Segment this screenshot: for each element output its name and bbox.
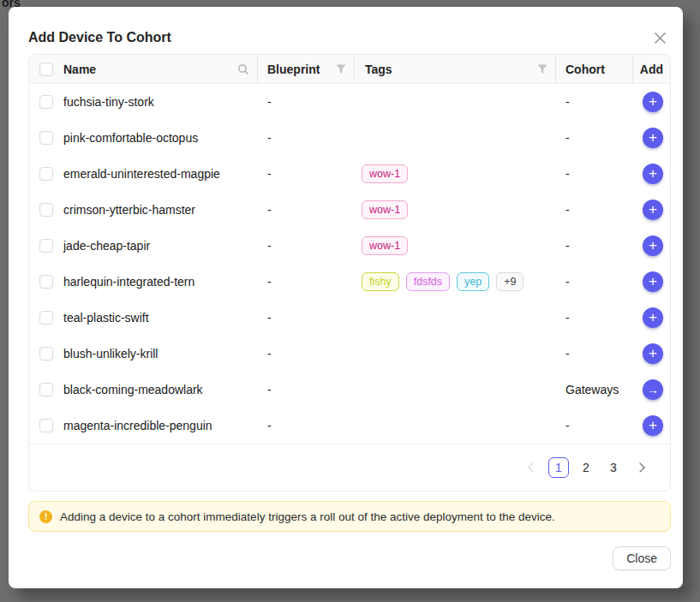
filter-icon[interactable] (336, 64, 346, 75)
go-to-cohort-button[interactable]: → (643, 379, 663, 400)
row-checkbox[interactable] (39, 275, 53, 289)
column-header-add: Add (633, 55, 670, 83)
device-blueprint: - (258, 383, 355, 396)
add-device-button[interactable]: + (643, 415, 663, 436)
row-checkbox[interactable] (39, 347, 53, 361)
chevron-left-icon (528, 462, 537, 472)
pagination-pages: 123 (548, 457, 624, 478)
device-blueprint: - (258, 275, 355, 289)
column-label-name: Name (63, 63, 96, 76)
column-header-tags: Tags (355, 55, 556, 83)
row-checkbox[interactable] (39, 383, 53, 396)
device-tags: fishyfdsfdsyep+9 (355, 272, 556, 291)
device-cohort: - (556, 419, 633, 432)
device-name: harlequin-integrated-tern (63, 275, 258, 289)
pagination-page-3[interactable]: 3 (603, 457, 624, 478)
column-header-name: Name (63, 55, 258, 83)
add-device-button[interactable]: + (643, 307, 663, 328)
pagination-next-button[interactable] (631, 457, 651, 478)
add-device-to-cohort-modal: Add Device To Cohort Name Blueprint (9, 7, 683, 588)
device-name: crimson-ytterbic-hamster (63, 203, 258, 217)
table-row: blush-unlikely-krill - - + (29, 336, 670, 372)
row-checkbox[interactable] (39, 131, 53, 145)
table-row: harlequin-integrated-tern - fishyfdsfdsy… (29, 264, 670, 300)
device-tags: wow-1 (355, 164, 556, 183)
pagination-page-2[interactable]: 2 (576, 457, 596, 478)
column-label-add: Add (640, 63, 663, 76)
add-device-button[interactable]: + (643, 343, 663, 364)
modal-title: Add Device To Cohort (28, 30, 171, 45)
column-label-tags: Tags (365, 63, 392, 76)
device-cohort: - (556, 311, 633, 325)
device-blueprint: - (258, 203, 355, 217)
exclamation-circle-icon: ! (39, 510, 52, 523)
add-device-button[interactable]: + (643, 92, 663, 112)
device-blueprint: - (258, 167, 355, 181)
table-body: fuchsia-tiny-stork - - + pink-comfortabl… (29, 84, 670, 444)
device-cohort: - (556, 347, 633, 361)
device-tag: wow-1 (362, 236, 408, 255)
device-tag: fdsfds (406, 272, 450, 291)
device-tag: wow-1 (362, 164, 408, 183)
device-blueprint: - (258, 239, 355, 253)
device-tag: wow-1 (362, 200, 408, 219)
device-name: black-coming-meadowlark (63, 383, 258, 396)
row-checkbox[interactable] (39, 239, 53, 253)
device-cohort: - (556, 167, 633, 181)
device-name: pink-comfortable-octopus (63, 131, 258, 145)
device-tag: fishy (362, 272, 399, 291)
add-device-button[interactable]: + (643, 200, 663, 220)
select-all-checkbox[interactable] (39, 63, 53, 76)
device-blueprint: - (258, 311, 355, 325)
device-cohort: - (556, 239, 633, 253)
table-row: pink-comfortable-octopus - - + (29, 120, 670, 156)
device-name: teal-plastic-swift (63, 311, 258, 325)
device-cohort: - (556, 203, 633, 217)
row-checkbox[interactable] (39, 419, 53, 432)
device-name: magenta-incredible-penguin (63, 419, 258, 432)
device-blueprint: - (258, 419, 355, 432)
device-blueprint: - (258, 131, 355, 145)
chevron-right-icon (635, 462, 644, 472)
devices-table: Name Blueprint Tags Cohort (28, 54, 671, 492)
device-tag: yep (457, 272, 489, 291)
add-device-button[interactable]: + (643, 235, 663, 256)
table-row: magenta-incredible-penguin - - + (29, 408, 670, 444)
table-row: teal-plastic-swift - - + (29, 300, 670, 336)
row-checkbox[interactable] (39, 167, 53, 181)
device-cohort: - (556, 131, 633, 145)
column-header-blueprint: Blueprint (258, 55, 355, 83)
row-checkbox[interactable] (39, 311, 53, 325)
select-all-cell (29, 55, 63, 83)
add-device-button[interactable]: + (643, 164, 663, 184)
row-checkbox[interactable] (39, 203, 53, 217)
add-device-button[interactable]: + (643, 128, 663, 148)
table-row: fuchsia-tiny-stork - - + (29, 84, 670, 120)
device-tag: +9 (496, 272, 524, 291)
device-cohort: - (556, 275, 633, 289)
column-header-cohort: Cohort (556, 55, 633, 83)
warning-banner: ! Adding a device to a cohort immediatel… (28, 501, 671, 532)
warning-text: Adding a device to a cohort immediately … (60, 510, 555, 523)
table-row: emerald-uninterested-magpie - wow-1 - + (29, 156, 670, 192)
pagination-prev-button[interactable] (521, 457, 541, 478)
table-row: black-coming-meadowlark - Gateways → (29, 372, 670, 408)
filter-icon[interactable] (537, 64, 547, 75)
device-tags: wow-1 (355, 200, 556, 219)
pagination-page-1[interactable]: 1 (548, 457, 569, 478)
pagination: 123 (29, 444, 670, 491)
device-name: emerald-uninterested-magpie (63, 167, 258, 181)
close-icon[interactable] (650, 28, 669, 47)
add-device-button[interactable]: + (643, 271, 663, 292)
column-label-cohort: Cohort (565, 63, 605, 76)
device-blueprint: - (258, 95, 355, 109)
table-header-row: Name Blueprint Tags Cohort (29, 55, 670, 84)
modal-footer: Close (28, 546, 671, 570)
search-icon[interactable] (237, 63, 249, 75)
device-cohort: Gateways (556, 383, 633, 396)
close-button[interactable]: Close (613, 546, 671, 570)
modal-header: Add Device To Cohort (28, 28, 671, 47)
device-cohort: - (556, 95, 633, 109)
row-checkbox[interactable] (39, 95, 53, 109)
table-row: jade-cheap-tapir - wow-1 - + (29, 228, 670, 264)
